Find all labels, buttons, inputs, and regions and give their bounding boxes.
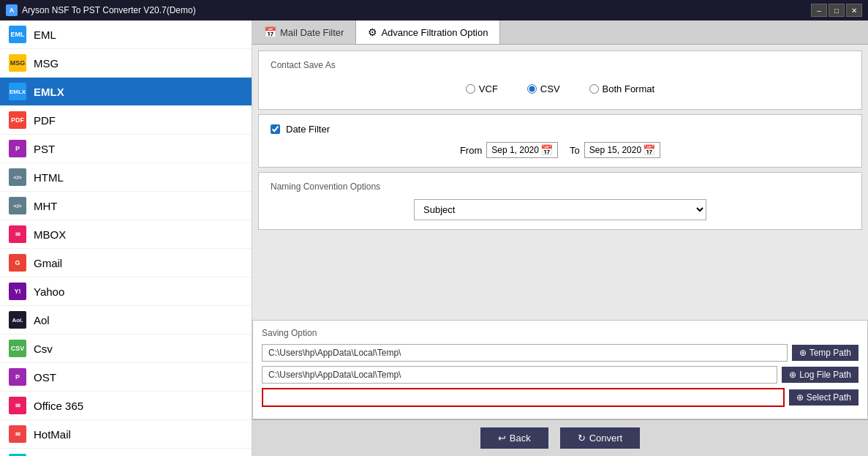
sidebar-item-pdf[interactable]: PDFPDF [0,106,252,135]
sidebar-icon-gmail: G [9,254,26,272]
sidebar-label-office365: Office 365 [34,400,83,412]
sidebar-label-gmail: Gmail [34,257,62,269]
from-date-input[interactable]: Sep 1, 2020 📅 [486,142,558,158]
calendar-icon: 📅 [264,26,276,38]
temp-path-row: ⊕ Temp Path [262,344,858,362]
maximize-button[interactable]: □ [829,4,845,17]
to-date-input[interactable]: Sep 15, 2020 📅 [584,142,660,158]
sidebar-item-pst[interactable]: PPST [0,135,252,163]
log-file-path-row: ⊕ Log File Path [262,366,858,384]
to-label: To [570,145,580,156]
sidebar-label-eml: EML [34,29,56,41]
to-date-value: Sep 15, 2020 [589,145,641,155]
back-button[interactable]: ↩ Back [480,427,548,449]
tab-advance-filtration[interactable]: ⚙ Advance Filtration Option [356,20,500,44]
date-filter-checkbox-row: Date Filter [271,124,850,135]
temp-path-button[interactable]: ⊕ Temp Path [792,345,858,361]
sidebar-item-eml[interactable]: EMLEML [0,20,252,49]
naming-select-wrapper: Subject Date From To Subject+Date [271,199,850,220]
naming-convention-select[interactable]: Subject Date From To Subject+Date [414,199,706,220]
app-body: EMLEMLMSGMSGEMLXEMLXPDFPDFPPST</>HTML</>… [0,20,868,456]
sidebar-item-mbox[interactable]: ✉MBOX [0,220,252,249]
gear-icon: ⚙ [368,26,377,38]
sidebar-item-aol[interactable]: Aol.Aol [0,306,252,334]
sidebar-label-aol: Aol [34,314,50,326]
date-filter-label: Date Filter [286,124,330,135]
temp-path-icon: ⊕ [799,348,807,358]
sidebar-item-mht[interactable]: </>MHT [0,192,252,220]
log-file-path-input[interactable] [262,366,777,384]
csv-radio[interactable] [527,84,537,94]
tab-mail-date-filter[interactable]: 📅 Mail Date Filter [252,20,356,44]
right-panel: 📅 Mail Date Filter ⚙ Advance Filtration … [252,20,868,456]
sidebar-item-html[interactable]: </>HTML [0,163,252,192]
window-controls: – □ ✕ [811,4,862,17]
select-path-row: ⊕ Select Path [262,388,858,407]
sidebar-item-emlx[interactable]: EMLXEMLX [0,78,252,106]
select-path-icon: ⊕ [796,392,804,403]
to-date-group: To Sep 15, 2020 📅 [570,142,660,158]
sidebar-icon-ost: P [9,368,26,386]
sidebar: EMLEMLMSGMSGEMLXEMLXPDFPDFPPST</>HTML</>… [0,20,252,456]
sidebar-item-hotmail[interactable]: ✉HotMail [0,420,252,449]
app-title: Aryson NSF To PST Converter V20.7(Demo) [22,5,196,15]
from-calendar-icon[interactable]: 📅 [540,144,553,156]
from-date-value: Sep 1, 2020 [491,145,539,155]
naming-convention-panel: Naming Convention Options Subject Date F… [258,172,862,230]
sidebar-item-csv[interactable]: CSVCsv [0,334,252,363]
csv-option[interactable]: CSV [527,83,560,94]
sidebar-item-msg[interactable]: MSGMSG [0,49,252,78]
content-area: Contact Save As VCF CSV Both Format [252,45,868,320]
date-range-row: From Sep 1, 2020 📅 To Sep 15, 2020 📅 [271,142,850,158]
date-filter-panel: Date Filter From Sep 1, 2020 📅 To Sep 15… [258,114,862,168]
bottom-bar: ↩ Back ↻ Convert [252,419,868,456]
log-file-path-button[interactable]: ⊕ Log File Path [782,367,858,383]
title-bar: A Aryson NSF To PST Converter V20.7(Demo… [0,0,868,20]
minimize-button[interactable]: – [811,4,827,17]
tabs-bar: 📅 Mail Date Filter ⚙ Advance Filtration … [252,20,868,45]
sidebar-item-gmail[interactable]: GGmail [0,249,252,277]
to-calendar-icon[interactable]: 📅 [643,144,655,156]
app-icon: A [6,4,18,16]
from-date-group: From Sep 1, 2020 📅 [460,142,558,158]
contact-save-as-title: Contact Save As [271,60,850,70]
sidebar-label-csv: Csv [34,343,53,355]
sidebar-label-mht: MHT [34,200,58,212]
sidebar-label-hotmail: HotMail [34,428,71,441]
from-label: From [460,145,482,156]
sidebar-label-pst: PST [34,143,55,155]
vcf-option[interactable]: VCF [466,83,498,94]
convert-icon: ↻ [578,433,586,444]
sidebar-label-pdf: PDF [34,114,56,127]
vcf-radio[interactable] [466,84,475,94]
select-path-input[interactable] [262,388,785,407]
sidebar-icon-msg: MSG [9,54,26,72]
sidebar-icon-pdf: PDF [9,111,26,129]
close-button[interactable]: ✕ [846,4,862,17]
sidebar-label-html: HTML [34,171,64,184]
sidebar-item-office365[interactable]: ✉Office 365 [0,392,252,420]
sidebar-item-livexchange[interactable]: ~LiveExchange [0,449,252,456]
sidebar-item-ost[interactable]: POST [0,363,252,392]
back-icon: ↩ [498,433,506,444]
sidebar-icon-office365: ✉ [9,397,26,414]
sidebar-icon-eml: EML [9,26,26,43]
convert-button[interactable]: ↻ Convert [560,427,641,449]
saving-option-title: Saving Option [262,328,858,338]
sidebar-icon-html: </> [9,168,26,186]
both-format-option[interactable]: Both Format [589,83,655,94]
both-radio[interactable] [589,84,599,94]
log-file-path-icon: ⊕ [789,370,796,380]
sidebar-label-emlx: EMLX [34,86,64,98]
sidebar-label-msg: MSG [34,57,59,70]
date-filter-checkbox[interactable] [271,124,280,134]
sidebar-icon-csv: CSV [9,340,26,357]
sidebar-icon-mbox: ✉ [9,225,26,243]
temp-path-input[interactable] [262,344,788,362]
naming-convention-title: Naming Convention Options [271,182,850,192]
select-path-button[interactable]: ⊕ Select Path [789,389,858,405]
sidebar-icon-pst: P [9,140,26,157]
sidebar-label-yahoo: Yahoo [34,285,64,298]
sidebar-label-ost: OST [34,371,56,384]
sidebar-item-yahoo[interactable]: Y!Yahoo [0,277,252,306]
